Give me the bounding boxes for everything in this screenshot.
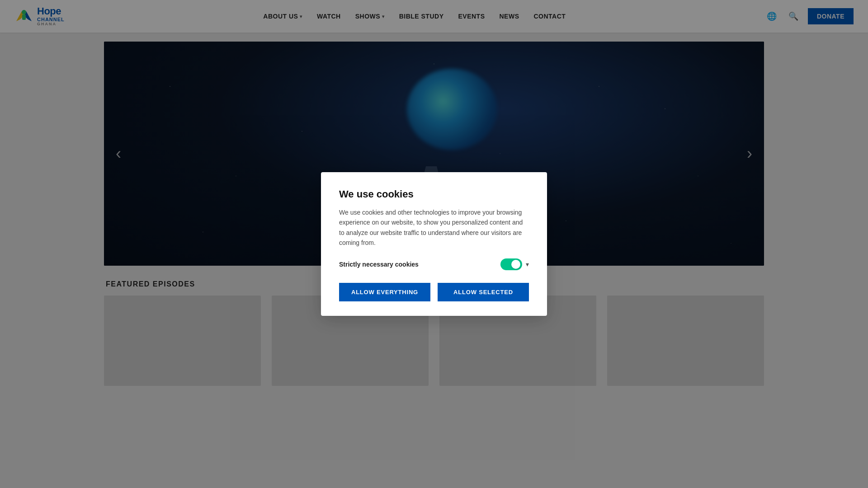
strictly-necessary-toggle[interactable]: ▾ (500, 258, 529, 270)
cookie-actions: ALLOW EVERYTHING ALLOW SELECTED (339, 283, 529, 301)
strictly-necessary-label: Strictly necessary cookies (339, 261, 419, 268)
allow-selected-button[interactable]: ALLOW SELECTED (438, 283, 529, 301)
toggle-thumb (511, 260, 520, 269)
allow-everything-button[interactable]: ALLOW EVERYTHING (339, 283, 430, 301)
strictly-necessary-row: Strictly necessary cookies ▾ (339, 258, 529, 270)
cookie-title: We use cookies (339, 188, 529, 200)
toggle-track (500, 258, 522, 270)
toggle-chevron-icon: ▾ (526, 261, 529, 268)
cookie-overlay: We use cookies We use cookies and other … (0, 0, 868, 488)
cookie-modal: We use cookies We use cookies and other … (321, 172, 547, 316)
cookie-body: We use cookies and other technologies to… (339, 207, 529, 248)
